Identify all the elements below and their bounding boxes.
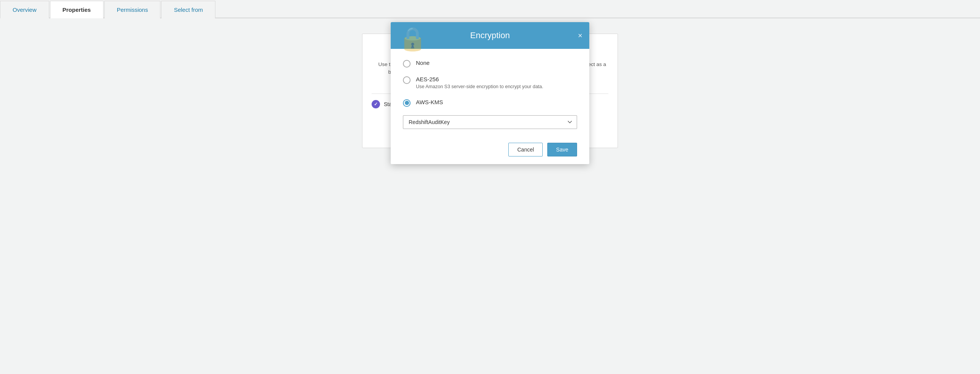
radio-none[interactable]	[403, 60, 411, 68]
radio-option-none: None	[403, 60, 577, 68]
cancel-button[interactable]: Cancel	[508, 143, 543, 156]
radio-aes256[interactable]	[403, 76, 411, 84]
radio-none-label-wrapper: None	[416, 60, 430, 66]
tab-select-from[interactable]: Select from	[161, 1, 215, 18]
encryption-bg-icon: 🔒	[398, 25, 427, 52]
radio-aes256-sublabel: Use Amazon S3 server-side encryption to …	[416, 84, 543, 90]
radio-option-aes256: AES-256 Use Amazon S3 server-side encryp…	[403, 76, 577, 90]
radio-aes256-label: AES-256	[416, 76, 543, 82]
radio-option-awskms: AWS-KMS	[403, 99, 577, 107]
encryption-modal: 🔒 Encryption × None AES-256 Use A	[391, 22, 589, 164]
tab-overview[interactable]: Overview	[0, 1, 49, 18]
kms-key-select[interactable]: RedshiftAuditKey aws/s3 Custom key	[403, 115, 577, 129]
save-button[interactable]: Save	[547, 143, 577, 156]
tab-permissions[interactable]: Permissions	[104, 1, 161, 18]
modal-header: 🔒 Encryption ×	[391, 22, 589, 49]
modal-overlay: 🔒 Encryption × None AES-256 Use A	[0, 18, 980, 163]
modal-close-button[interactable]: ×	[578, 32, 582, 39]
kms-key-select-wrapper: RedshiftAuditKey aws/s3 Custom key	[403, 115, 577, 129]
modal-footer: Cancel Save	[391, 137, 589, 164]
radio-awskms-label-wrapper: AWS-KMS	[416, 99, 443, 105]
tab-bar: Overview Properties Permissions Select f…	[0, 0, 980, 18]
radio-awskms-label: AWS-KMS	[416, 99, 443, 105]
radio-awskms[interactable]	[403, 99, 411, 107]
modal-title: Encryption	[470, 31, 510, 40]
tab-properties[interactable]: Properties	[50, 1, 103, 18]
main-content: Storage class Use the most appropriate s…	[0, 18, 980, 163]
radio-none-label: None	[416, 60, 430, 66]
modal-body: None AES-256 Use Amazon S3 server-side e…	[391, 49, 589, 137]
radio-aes256-label-wrapper: AES-256 Use Amazon S3 server-side encryp…	[416, 76, 543, 90]
